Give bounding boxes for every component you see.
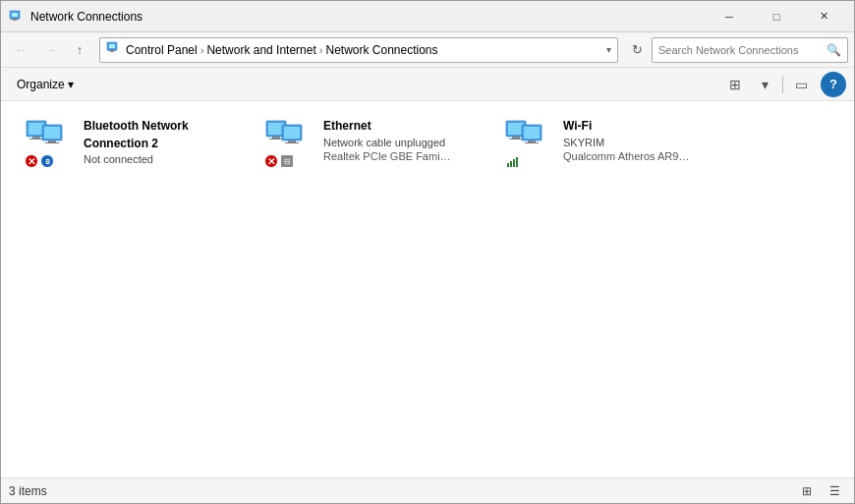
window-icon bbox=[9, 9, 25, 25]
forward-button[interactable]: → bbox=[36, 36, 64, 64]
svg-rect-15 bbox=[45, 142, 59, 143]
wifi-detail: Qualcomm Atheros AR956... bbox=[563, 150, 691, 162]
svg-rect-34 bbox=[513, 159, 515, 167]
svg-rect-3 bbox=[13, 20, 17, 21]
organize-label: Organize bbox=[17, 78, 65, 91]
address-dropdown-button[interactable]: ▾ bbox=[606, 44, 611, 55]
svg-rect-10 bbox=[32, 137, 40, 139]
search-box[interactable]: 🔍 bbox=[652, 37, 848, 63]
view-details-button[interactable]: ⊞ bbox=[721, 72, 749, 97]
breadcrumb-controlpanel[interactable]: Control Panel bbox=[126, 43, 198, 57]
ethernet-icon-wrap: ✕ ⊟ bbox=[262, 119, 314, 170]
minimize-button[interactable]: ─ bbox=[707, 1, 752, 32]
window-controls: ─ □ ✕ bbox=[707, 1, 846, 32]
toolbar-divider bbox=[782, 76, 783, 93]
ethernet-connection[interactable]: ✕ ⊟ Ethernet Network cable unplugged Rea… bbox=[256, 113, 473, 176]
error-badge: ✕ bbox=[25, 154, 38, 168]
bluetooth-connection[interactable]: ✕ ʙ Bluetooth Network Connection 2 Not c… bbox=[17, 113, 233, 176]
bluetooth-icon-wrap: ✕ ʙ bbox=[23, 119, 74, 170]
item-count: 3 items bbox=[9, 484, 47, 498]
svg-rect-6 bbox=[108, 50, 116, 51]
wifi-badge bbox=[506, 154, 520, 168]
svg-rect-9 bbox=[28, 123, 44, 135]
svg-rect-32 bbox=[507, 163, 509, 167]
svg-rect-5 bbox=[109, 44, 115, 48]
breadcrumb: Control Panel › Network and Internet › N… bbox=[126, 43, 602, 57]
preview-pane-button[interactable]: ▭ bbox=[787, 72, 815, 97]
status-view-list-button[interactable]: ☰ bbox=[823, 481, 846, 501]
wifi-connection[interactable]: Wi-Fi SKYRIM Qualcomm Atheros AR956... bbox=[496, 113, 712, 176]
ethernet-info: Ethernet Network cable unplugged Realtek… bbox=[323, 119, 451, 162]
svg-rect-33 bbox=[510, 161, 512, 167]
svg-rect-29 bbox=[524, 127, 540, 139]
wifi-info: Wi-Fi SKYRIM Qualcomm Atheros AR956... bbox=[563, 119, 691, 162]
close-button[interactable]: ✕ bbox=[801, 1, 846, 32]
statusbar: 3 items ⊞ ☰ bbox=[1, 477, 854, 503]
up-button[interactable]: ↑ bbox=[66, 36, 93, 64]
svg-rect-35 bbox=[516, 157, 518, 167]
svg-rect-7 bbox=[110, 51, 114, 52]
svg-rect-31 bbox=[525, 142, 539, 143]
refresh-button[interactable]: ↻ bbox=[624, 37, 650, 63]
navigation-bar: ← → ↑ Control Panel › Network and Intern… bbox=[1, 32, 854, 68]
status-view-details-button[interactable]: ⊞ bbox=[795, 481, 819, 501]
window-title: Network Connections bbox=[30, 10, 707, 24]
svg-rect-23 bbox=[285, 142, 299, 143]
svg-rect-18 bbox=[272, 137, 280, 139]
svg-rect-30 bbox=[528, 140, 536, 142]
view-dropdown-button[interactable]: ▾ bbox=[751, 72, 778, 97]
wifi-icon-wrap bbox=[502, 119, 553, 170]
help-button[interactable]: ? bbox=[821, 72, 846, 97]
back-button[interactable]: ← bbox=[7, 36, 34, 64]
breadcrumb-networkinternet[interactable]: Network and Internet bbox=[206, 43, 315, 57]
restore-button[interactable]: □ bbox=[754, 1, 799, 32]
svg-rect-13 bbox=[44, 127, 60, 139]
bluetooth-badge: ʙ bbox=[40, 154, 54, 168]
svg-rect-25 bbox=[508, 123, 524, 135]
svg-rect-27 bbox=[509, 139, 523, 140]
svg-rect-2 bbox=[11, 19, 19, 20]
bluetooth-status: Not connected bbox=[84, 153, 189, 165]
address-bar-icon bbox=[106, 40, 122, 59]
svg-rect-17 bbox=[268, 123, 284, 135]
titlebar: Network Connections ─ □ ✕ bbox=[1, 1, 854, 32]
status-view-icons: ⊞ ☰ bbox=[795, 481, 846, 501]
bluetooth-name-line2: Connection 2 bbox=[84, 137, 189, 152]
svg-rect-26 bbox=[512, 137, 520, 139]
ethernet-name: Ethernet bbox=[323, 119, 451, 135]
bluetooth-name-line1: Bluetooth Network bbox=[84, 119, 189, 135]
organize-button[interactable]: Organize ▾ bbox=[9, 75, 82, 94]
svg-rect-1 bbox=[12, 13, 18, 17]
search-icon[interactable]: 🔍 bbox=[826, 43, 841, 57]
wifi-name: Wi-Fi bbox=[563, 119, 691, 135]
search-input[interactable] bbox=[658, 44, 823, 56]
ethernet-status: Network cable unplugged bbox=[323, 137, 451, 148]
organize-arrow-icon: ▾ bbox=[68, 78, 74, 91]
svg-rect-19 bbox=[269, 139, 283, 140]
cable-error-badge: ✕ bbox=[264, 154, 278, 168]
ethernet-detail: Realtek PCIe GBE Family C... bbox=[323, 150, 451, 162]
bluetooth-info: Bluetooth Network Connection 2 Not conne… bbox=[84, 119, 189, 165]
address-bar[interactable]: Control Panel › Network and Internet › N… bbox=[99, 37, 618, 63]
toolbar-right: ⊞ ▾ ▭ ? bbox=[721, 72, 846, 97]
svg-rect-14 bbox=[48, 140, 56, 142]
breadcrumb-networkconnections[interactable]: Network Connections bbox=[325, 43, 437, 57]
svg-rect-22 bbox=[288, 140, 296, 142]
svg-rect-21 bbox=[284, 127, 300, 139]
content-area: ✕ ʙ Bluetooth Network Connection 2 Not c… bbox=[1, 101, 854, 477]
cable-badge: ⊟ bbox=[280, 154, 294, 168]
toolbar: Organize ▾ ⊞ ▾ ▭ ? bbox=[1, 68, 854, 101]
svg-rect-11 bbox=[29, 139, 43, 140]
wifi-status: SKYRIM bbox=[563, 137, 691, 148]
